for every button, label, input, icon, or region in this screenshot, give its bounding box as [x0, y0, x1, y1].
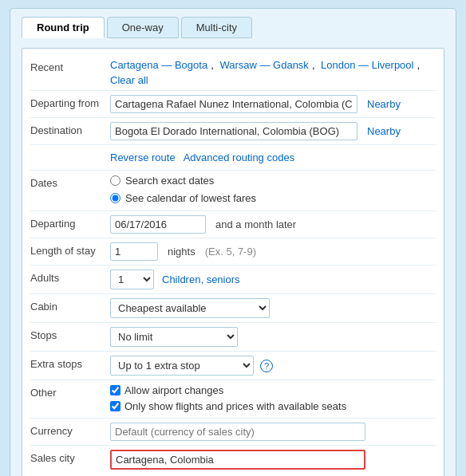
currency-label: Currency: [30, 423, 110, 437]
nights-input[interactable]: [110, 242, 158, 261]
destination-label: Destination: [30, 122, 110, 136]
dates-exact-radio[interactable]: [110, 175, 120, 186]
nights-label: nights: [168, 246, 195, 258]
sales-city-content: [110, 450, 436, 470]
other-content: Allow airport changes Only show flights …: [110, 384, 436, 414]
route-links-spacer: [30, 149, 110, 151]
dates-calendar-radio[interactable]: [110, 193, 120, 203]
extra-stops-content: Up to 1 extra stop None Up to 2 extra st…: [110, 356, 436, 376]
departing-from-input[interactable]: [110, 95, 357, 113]
tab-one-way[interactable]: One-way: [107, 17, 179, 38]
airport-changes-row: Allow airport changes: [110, 384, 223, 396]
tab-multi-city[interactable]: Multi-city: [181, 17, 252, 38]
airport-changes-label: Allow airport changes: [124, 384, 223, 396]
departing-from-content: Nearby: [110, 95, 436, 113]
recent-row: Recent Cartagena — Bogota, Warsaw — Gdan…: [30, 55, 436, 91]
currency-content: [110, 423, 436, 441]
cabin-select[interactable]: Cheapest available Economy Business Firs…: [110, 298, 270, 318]
currency-input[interactable]: [110, 423, 365, 441]
recent-link-clear[interactable]: Clear all: [110, 74, 148, 86]
extra-stops-select[interactable]: Up to 1 extra stop None Up to 2 extra st…: [110, 356, 254, 376]
departing-date-input[interactable]: [110, 215, 206, 234]
length-of-stay-label: Length of stay: [30, 242, 110, 257]
sales-city-label: Sales city: [30, 450, 110, 464]
dates-option1-row: Search exact dates: [110, 175, 214, 187]
extra-stops-help-icon[interactable]: ?: [260, 360, 273, 372]
sales-city-input[interactable]: [110, 450, 365, 470]
departing-row: Departing and a month later: [30, 211, 436, 238]
length-of-stay-row: Length of stay nights (Ex. 5, 7-9): [30, 238, 436, 266]
dates-row: Dates Search exact dates See calendar of…: [30, 171, 436, 211]
departing-label: Departing: [30, 215, 110, 230]
recent-links: Cartagena — Bogota, Warsaw — Gdansk, Lon…: [110, 59, 436, 86]
length-of-stay-content: nights (Ex. 5, 7-9): [110, 242, 436, 261]
nights-hint: (Ex. 5, 7-9): [205, 246, 256, 258]
recent-label: Recent: [30, 59, 110, 73]
extra-stops-label: Extra stops: [30, 356, 110, 370]
dates-label: Dates: [30, 175, 110, 189]
airport-changes-checkbox[interactable]: [110, 385, 120, 395]
departing-from-row: Departing from Nearby: [30, 91, 436, 118]
cabin-label: Cabin: [30, 298, 110, 313]
dates-exact-label: Search exact dates: [125, 175, 214, 187]
reverse-route-link[interactable]: Reverse route: [110, 151, 176, 163]
adults-row: Adults 1 2 3 4 Children, seniors: [30, 266, 436, 294]
recent-link-london[interactable]: London — Liverpool: [321, 59, 413, 71]
route-links-row: Reverse route Advanced routing codes: [30, 145, 436, 171]
tab-round-trip[interactable]: Round trip: [22, 17, 105, 38]
sales-city-row: Sales city: [30, 446, 436, 474]
stops-label: Stops: [30, 327, 110, 341]
cabin-content: Cheapest available Economy Business Firs…: [110, 298, 436, 318]
stops-row: Stops No limit Direct only 1 stop max 2 …: [30, 323, 436, 352]
currency-row: Currency: [30, 419, 436, 446]
route-links-content: Reverse route Advanced routing codes: [110, 149, 436, 166]
adults-label: Adults: [30, 269, 110, 284]
other-label: Other: [30, 384, 110, 399]
recent-link-warsaw[interactable]: Warsaw — Gdansk: [219, 59, 309, 71]
destination-row: Destination Nearby: [30, 118, 436, 145]
departing-content: and a month later: [110, 215, 436, 234]
dates-calendar-label: See calendar of lowest fares: [125, 192, 256, 204]
departing-suffix: and a month later: [215, 218, 296, 230]
destination-nearby-link[interactable]: Nearby: [367, 125, 401, 137]
advanced-routing-link[interactable]: Advanced routing codes: [184, 151, 294, 163]
children-seniors-link[interactable]: Children, seniors: [162, 273, 240, 285]
stops-content: No limit Direct only 1 stop max 2 stops …: [110, 327, 436, 347]
available-seats-label: Only show flights and prices with availa…: [124, 400, 346, 412]
available-seats-row: Only show flights and prices with availa…: [110, 400, 346, 412]
stops-select[interactable]: No limit Direct only 1 stop max 2 stops …: [110, 327, 238, 347]
destination-content: Nearby: [110, 122, 436, 140]
cabin-row: Cabin Cheapest available Economy Busines…: [30, 294, 436, 323]
dates-content: Search exact dates See calendar of lowes…: [110, 175, 436, 207]
departing-from-label: Departing from: [30, 95, 110, 109]
tabs-container: Round trip One-way Multi-city: [22, 17, 444, 38]
flight-search-form: Round trip One-way Multi-city Recent Car…: [10, 8, 456, 476]
adults-select[interactable]: 1 2 3 4: [110, 269, 154, 289]
dates-option2-row: See calendar of lowest fares: [110, 192, 256, 204]
extra-stops-row: Extra stops Up to 1 extra stop None Up t…: [30, 352, 436, 380]
adults-content: 1 2 3 4 Children, seniors: [110, 269, 436, 289]
departing-nearby-link[interactable]: Nearby: [367, 98, 401, 110]
recent-link-cartagena[interactable]: Cartagena — Bogota: [110, 59, 207, 71]
form-section: Recent Cartagena — Bogota, Warsaw — Gdan…: [22, 48, 444, 476]
other-row: Other Allow airport changes Only show fl…: [30, 380, 436, 419]
available-seats-checkbox[interactable]: [110, 401, 120, 411]
destination-input[interactable]: [110, 122, 357, 140]
